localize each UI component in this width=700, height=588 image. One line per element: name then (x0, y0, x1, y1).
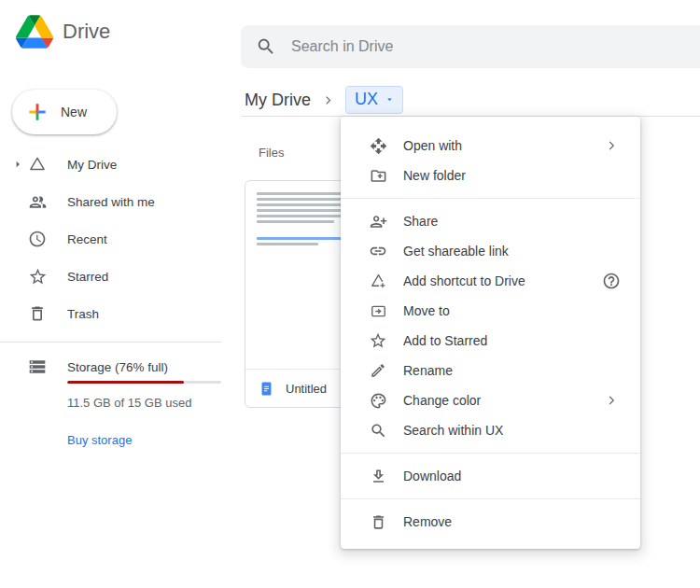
menu-item-label: Get shareable link (403, 244, 601, 259)
menu-item-label: Add shortcut to Drive (403, 273, 601, 288)
menu-item-change-color[interactable]: Change color (341, 385, 640, 415)
sidebar-item-label: Recent (67, 232, 107, 246)
breadcrumb-current-folder[interactable]: UX (345, 86, 403, 114)
google-doc-icon (259, 381, 274, 397)
new-folder-icon (369, 166, 387, 185)
breadcrumb-chevron-icon (320, 92, 336, 108)
search-bar[interactable] (241, 25, 700, 68)
menu-item-new-folder[interactable]: New folder (341, 161, 640, 190)
expand-arrow-icon[interactable] (9, 156, 26, 173)
star-icon (26, 265, 49, 287)
shared-with-me-icon (26, 190, 49, 213)
sidebar-item-recent[interactable]: Recent (0, 220, 239, 258)
storage-progress-bar (67, 381, 221, 384)
sidebar-item-label: Shared with me (67, 195, 155, 209)
sidebar-item-shared-with-me[interactable]: Shared with me (0, 183, 239, 220)
help-icon[interactable] (601, 271, 622, 291)
menu-item-move-to[interactable]: Move to (341, 296, 640, 326)
submenu-chevron-icon (601, 135, 622, 156)
trash-icon (26, 302, 49, 325)
download-icon (369, 467, 387, 485)
recent-clock-icon (26, 228, 49, 250)
link-icon (369, 242, 387, 260)
menu-item-label: New folder (403, 168, 601, 183)
rename-pencil-icon (369, 361, 387, 380)
menu-item-share[interactable]: Share (341, 206, 640, 236)
storage-usage-text: 11.5 GB of 15 GB used (67, 396, 239, 410)
trash-icon (369, 512, 387, 531)
menu-item-label: Move to (403, 303, 601, 318)
menu-item-label: Share (403, 214, 601, 229)
breadcrumb: My Drive UX (245, 83, 403, 117)
caret-down-icon (385, 94, 395, 105)
menu-item-label: Add to Starred (403, 333, 601, 348)
menu-item-get-shareable-link[interactable]: Get shareable link (341, 236, 640, 266)
menu-item-label: Change color (403, 393, 601, 408)
menu-item-label: Rename (403, 363, 601, 378)
files-section-header: Files (259, 146, 284, 160)
share-person-add-icon (369, 212, 387, 231)
drive-logo[interactable]: Drive (16, 15, 110, 49)
app-title: Drive (63, 20, 110, 44)
star-icon (369, 331, 387, 350)
sidebar-divider (0, 342, 221, 343)
sidebar-item-starred[interactable]: Starred (0, 258, 239, 295)
breadcrumb-current-label: UX (355, 90, 378, 109)
storage-progress-fill (67, 381, 184, 384)
sidebar-item-my-drive[interactable]: My Drive (0, 146, 239, 183)
menu-item-label: Open with (403, 138, 601, 153)
move-to-icon (369, 301, 387, 320)
sidebar-item-label: Trash (67, 307, 99, 321)
open-with-icon (369, 136, 387, 155)
add-shortcut-to-drive-icon (369, 272, 387, 290)
new-plus-icon (25, 100, 49, 124)
sidebar-item-trash[interactable]: Trash (0, 295, 239, 332)
sidebar-item-label: Starred (67, 270, 108, 284)
submenu-chevron-icon (601, 390, 622, 411)
storage-label: Storage (76% full) (67, 360, 168, 374)
drive-logo-icon (16, 15, 53, 49)
new-button[interactable]: New (12, 90, 117, 134)
breadcrumb-root[interactable]: My Drive (245, 91, 311, 110)
menu-divider (341, 453, 640, 454)
color-palette-icon (369, 391, 387, 410)
storage-icon (26, 356, 49, 378)
buy-storage-button[interactable]: Buy storage (67, 433, 132, 447)
menu-item-add-shortcut-to-drive[interactable]: Add shortcut to Drive (341, 266, 640, 296)
menu-item-open-with[interactable]: Open with (341, 131, 640, 161)
menu-item-rename[interactable]: Rename (341, 356, 640, 385)
new-button-label: New (61, 105, 87, 119)
sidebar-nav: My Drive Shared with me Recent Starred (0, 146, 239, 332)
sidebar-item-label: My Drive (67, 158, 117, 172)
menu-item-label: Search within UX (403, 423, 601, 438)
menu-divider (341, 198, 640, 199)
menu-item-search-within-folder[interactable]: Search within UX (341, 415, 640, 445)
menu-item-remove[interactable]: Remove (341, 507, 640, 537)
menu-item-download[interactable]: Download (341, 461, 640, 491)
file-card-title: Untitled (286, 382, 327, 396)
search-icon[interactable] (256, 36, 276, 57)
context-menu: Open with New folder Share Get shareable… (341, 117, 640, 549)
menu-item-label: Download (403, 469, 601, 483)
menu-item-label: Remove (403, 514, 601, 529)
search-input[interactable] (289, 37, 698, 56)
search-icon (369, 421, 387, 440)
sidebar-item-storage[interactable]: Storage (76% full) (0, 348, 239, 385)
menu-item-add-to-starred[interactable]: Add to Starred (341, 326, 640, 356)
my-drive-icon (26, 153, 49, 175)
menu-divider (341, 498, 640, 499)
sidebar: New My Drive Shared with me Recent (0, 71, 239, 588)
